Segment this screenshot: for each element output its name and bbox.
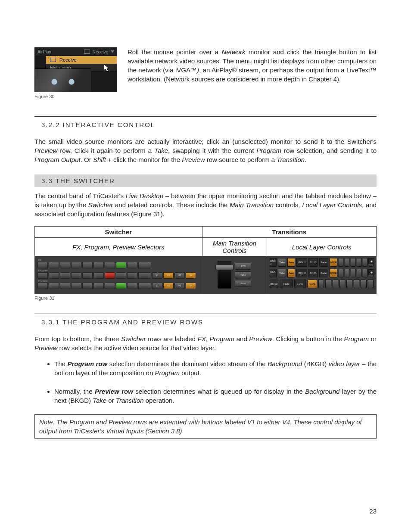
menu-item-receive: Receive [46, 56, 117, 64]
col-transitions: Transitions [202, 227, 376, 238]
paragraph-3-2-2: The small video source monitors are actu… [34, 137, 377, 164]
paragraph-3-3: The central band of TriCaster's Live Des… [34, 191, 377, 218]
figure-30-caption: Figure 30 [34, 94, 116, 99]
airplay-label: AirPlay [37, 50, 51, 54]
chevron-down-icon [111, 50, 114, 53]
sub-fx-program-preview: FX, Program, Preview Selectors [35, 238, 202, 256]
receive-label: Receive [93, 50, 108, 54]
figure-31-caption: Figure 31 [34, 296, 377, 301]
t-bar [218, 261, 231, 289]
figure-31-table: Switcher Transitions FX, Program, Previe… [34, 226, 377, 294]
list-item: The Program row selection determines the… [54, 359, 377, 377]
plus-icon: ✚ [368, 258, 374, 264]
plus-icon: ✚ [368, 269, 374, 275]
switcher-screenshot: FX Program V1V2V3V4 Preview V1V2V3V4 [35, 256, 202, 294]
paragraph-fig30: Roll the mouse pointer over a Network mo… [128, 47, 377, 84]
sub-local-layer: Local Layer Controls [267, 238, 377, 256]
cat-thumbnail [35, 68, 91, 92]
heading-3-3: 3.3 THE SWITCHER [34, 174, 377, 187]
sub-main-transition: Main Transition Controls [202, 238, 267, 256]
note-box: Note: The Program and Preview rows are e… [34, 414, 377, 439]
col-switcher: Switcher [35, 227, 202, 238]
monitor-icon [50, 58, 56, 62]
heading-3-2-2: 3.2.2 INTERACTIVE CONTROL [34, 116, 377, 130]
paragraph-3-3-1: From top to bottom, the three Switcher r… [34, 334, 377, 352]
local-layer-screenshot: DSK 2 Take Auto GFX 1 01.00 Fade FADE ✚ … [267, 256, 377, 294]
take-button: Take [235, 271, 251, 278]
page-number: 23 [369, 507, 377, 515]
list-item: Normally, the Preview row selection dete… [54, 387, 377, 405]
svg-marker-0 [104, 64, 109, 72]
auto-button: Auto [235, 280, 251, 287]
figure-30-image: AirPlay Receive Receive MyLaptop [34, 47, 117, 92]
window-icon [84, 50, 90, 54]
main-transition-screenshot: FTB Take Auto [202, 256, 267, 294]
ftb-button: FTB [235, 263, 251, 270]
bullet-list: The Program row selection determines the… [54, 359, 377, 405]
heading-3-3-1: 3.3.1 THE PROGRAM AND PREVIEW ROWS [34, 314, 377, 327]
